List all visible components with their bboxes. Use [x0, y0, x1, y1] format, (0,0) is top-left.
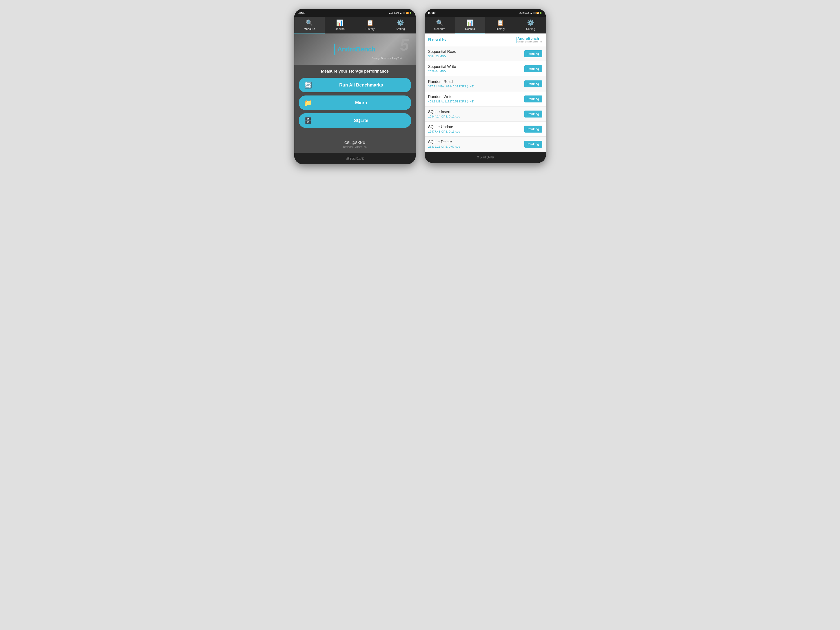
logo-text: AndroBench [337, 46, 376, 53]
measure-icon-left: 🔍 [306, 19, 313, 26]
bottom-bar-left: 显示至此区域 [294, 153, 415, 164]
result-info-random-write: Random Write 458.1 MB/s, 117275.53 IOPS … [428, 95, 474, 103]
result-item-random-read: Random Read 327.91 MB/s, 83945.32 IOPS (… [425, 76, 546, 92]
tab-measure-right[interactable]: 🔍 Measure [425, 17, 455, 33]
bottom-bar-text-right: 显示至此区域 [477, 155, 494, 159]
ranking-button-random-write[interactable]: Ranking [524, 95, 542, 103]
sqlite-button[interactable]: 🗄️ SQLite [299, 113, 411, 128]
result-info-sqlite-update: SQLite Update 15477.43 QPS, 0.13 sec [428, 125, 460, 133]
result-value-sqlite-insert: 15844.24 QPS, 0.12 sec [428, 115, 460, 118]
result-item-sequential-write: Sequential Write 2628.64 MB/s Ranking [425, 62, 546, 76]
bottom-bar-right: 显示至此区域 [425, 152, 546, 163]
tab-history-label-left: History [366, 27, 374, 30]
results-header: Results AndroBench Storage Benchmarking … [425, 33, 546, 46]
ranking-button-sequential-read[interactable]: Ranking [524, 51, 542, 57]
tab-results-left[interactable]: 📊 Results [325, 17, 355, 33]
result-value-sequential-write: 2628.64 MB/s [428, 69, 456, 73]
logo-andro: Andro [337, 46, 356, 53]
result-value-random-write: 458.1 MB/s, 117275.53 IOPS (4KB) [428, 100, 474, 103]
wifi-icon-right: ▲ ⬛ 📶 🔋 [530, 12, 542, 14]
results-logo-bench: Bench [528, 36, 539, 40]
result-info-sqlite-insert: SQLite Insert 15844.24 QPS, 0.12 sec [428, 110, 460, 118]
ranking-button-sqlite-update[interactable]: Ranking [524, 126, 542, 133]
sqlite-label: SQLite [317, 118, 406, 123]
logo-bar-right [516, 36, 516, 43]
measure-screen: AndroBench Storage Benchmarking Tool 5 M… [294, 33, 415, 153]
result-info-sequential-read: Sequential Read 3484.53 MB/s [428, 49, 456, 58]
measure-icon-right: 🔍 [436, 19, 443, 26]
ranking-button-random-read[interactable]: Ranking [524, 81, 542, 87]
ranking-button-sequential-write[interactable]: Ranking [524, 65, 542, 73]
ranking-button-sqlite-insert[interactable]: Ranking [524, 111, 542, 117]
history-icon-right: 📋 [497, 19, 504, 26]
results-icon-left: 📊 [336, 19, 343, 26]
result-item-sqlite-delete: SQLite Delete 28332.26 QPS, 0.07 sec Ran… [425, 137, 546, 152]
micro-button[interactable]: 📁 Micro [299, 95, 411, 110]
results-list: Sequential Read 3484.53 MB/s Ranking Seq… [425, 46, 546, 152]
footer-sub: Computer Systems Lab [343, 146, 366, 148]
version-number: 5 [399, 36, 409, 54]
result-item-sqlite-update: SQLite Update 15477.43 QPS, 0.13 sec Ran… [425, 122, 546, 137]
status-icons-right: 2.10 KB/s ▲ ⬛ 📶 🔋 [519, 12, 542, 14]
status-icons-left: 2.20 KB/s ▲ ⬛ 📶 🔋 [389, 12, 412, 14]
result-info-random-read: Random Read 327.91 MB/s, 83945.32 IOPS (… [428, 79, 474, 88]
result-item-sqlite-insert: SQLite Insert 15844.24 QPS, 0.12 sec Ran… [425, 106, 546, 122]
tab-history-right[interactable]: 📋 History [485, 17, 516, 33]
nav-tabs-left: 🔍 Measure 📊 Results 📋 History ⚙️ Setting [294, 17, 415, 33]
status-bar-right: 08:39 2.10 KB/s ▲ ⬛ 📶 🔋 [425, 9, 546, 17]
logo-subtitle: Storage Benchmarking Tool [372, 57, 402, 60]
results-screen: Results AndroBench Storage Benchmarking … [425, 33, 546, 152]
signal-info-left: 2.20 KB/s [389, 12, 399, 14]
result-name-random-write: Random Write [428, 95, 474, 99]
left-phone: 08:39 2.20 KB/s ▲ ⬛ 📶 🔋 🔍 Measure 📊 Resu… [294, 9, 415, 164]
app-logo: AndroBench Storage Benchmarking Tool [334, 44, 376, 55]
tab-measure-left[interactable]: 🔍 Measure [294, 17, 325, 33]
micro-icon: 📁 [304, 99, 312, 106]
setting-icon-right: ⚙️ [527, 19, 534, 26]
logo-bar [334, 44, 335, 55]
status-time-right: 08:39 [428, 11, 436, 14]
logo-bench: Bench [356, 46, 376, 53]
measure-section: Measure your storage performance 🔄 Run A… [294, 65, 415, 136]
tab-setting-left[interactable]: ⚙️ Setting [385, 17, 415, 33]
result-name-sqlite-update: SQLite Update [428, 125, 460, 129]
results-logo-text: AndroBench [517, 36, 542, 41]
footer-logo: CSL@SKKU [344, 141, 365, 145]
tab-history-label-right: History [496, 27, 505, 30]
ranking-button-sqlite-delete[interactable]: Ranking [524, 141, 542, 148]
tab-setting-right[interactable]: ⚙️ Setting [516, 17, 546, 33]
results-logo: AndroBench Storage Benchmarking Tool [516, 36, 542, 43]
run-all-label: Run All Benchmarks [317, 82, 406, 88]
results-icon-right: 📊 [466, 19, 474, 26]
right-phone: 08:39 2.10 KB/s ▲ ⬛ 📶 🔋 🔍 Measure 📊 Resu… [425, 9, 546, 163]
history-icon-left: 📋 [366, 19, 374, 26]
sqlite-icon: 🗄️ [304, 117, 312, 124]
status-time-left: 08:39 [298, 11, 305, 14]
signal-info-right: 2.10 KB/s [519, 12, 529, 14]
results-title: Results [428, 37, 446, 43]
tab-measure-label-left: Measure [304, 27, 315, 30]
result-name-sequential-read: Sequential Read [428, 49, 456, 54]
result-info-sequential-write: Sequential Write 2628.64 MB/s [428, 65, 456, 73]
result-item-random-write: Random Write 458.1 MB/s, 117275.53 IOPS … [425, 92, 546, 106]
result-value-sqlite-delete: 28332.26 QPS, 0.07 sec [428, 145, 460, 148]
tab-setting-label-left: Setting [396, 27, 405, 30]
status-bar-left: 08:39 2.20 KB/s ▲ ⬛ 📶 🔋 [294, 9, 415, 17]
result-name-sqlite-insert: SQLite Insert [428, 110, 460, 114]
tab-measure-label-right: Measure [434, 27, 445, 30]
tab-history-left[interactable]: 📋 History [355, 17, 385, 33]
footer-section: CSL@SKKU Computer Systems Lab [294, 136, 415, 153]
result-name-sqlite-delete: SQLite Delete [428, 140, 460, 144]
run-all-icon: 🔄 [304, 81, 312, 89]
hero-banner: AndroBench Storage Benchmarking Tool 5 [294, 33, 415, 65]
tab-results-label-left: Results [335, 27, 344, 30]
tab-setting-label-right: Setting [526, 27, 535, 30]
run-all-button[interactable]: 🔄 Run All Benchmarks [299, 78, 411, 92]
result-item-sequential-read: Sequential Read 3484.53 MB/s Ranking [425, 46, 546, 62]
tab-results-right[interactable]: 📊 Results [455, 17, 485, 33]
results-logo-andro: Andro [517, 36, 528, 40]
bottom-bar-text-left: 显示至此区域 [346, 156, 364, 160]
micro-label: Micro [317, 100, 406, 105]
wifi-icon: ▲ ⬛ 📶 🔋 [399, 12, 412, 14]
tab-results-label-right: Results [465, 27, 475, 30]
